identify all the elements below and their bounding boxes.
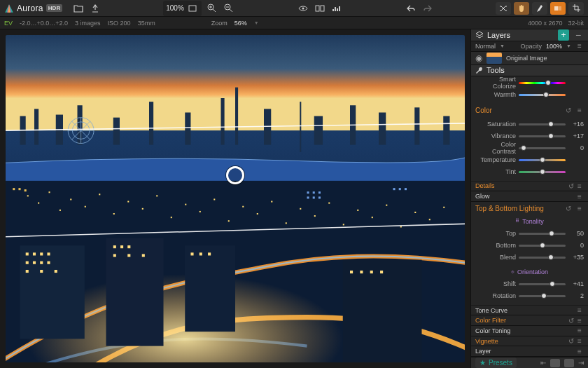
redo-button[interactable] [421, 2, 434, 15]
layer-name: Original Image [506, 55, 547, 62]
details-section-header[interactable]: Details ↺ ≡ [471, 182, 588, 192]
compare-button[interactable] [314, 2, 326, 15]
chevron-down-icon[interactable]: ▼ [566, 43, 571, 48]
open-button[interactable] [72, 2, 85, 15]
preview-eye-button[interactable] [297, 2, 309, 15]
bottom-slider[interactable]: Bottom 0 [475, 240, 584, 251]
add-layer-button[interactable]: + [558, 29, 569, 41]
menu-icon[interactable]: ≡ [575, 337, 584, 345]
shuffle-tool-button[interactable] [496, 2, 511, 15]
color-header[interactable]: Color ↺ ≡ [471, 104, 588, 118]
glow-section-header[interactable]: Glow ≡ [471, 191, 588, 202]
blend-slider[interactable]: Blend +35 [475, 252, 584, 263]
menu-icon[interactable]: ≡ [575, 327, 584, 334]
brush-tool-button[interactable] [532, 2, 547, 15]
svg-rect-86 [33, 261, 36, 264]
crop-tool-button[interactable] [568, 2, 584, 15]
collapse-left-icon[interactable]: ⇤ [540, 359, 546, 367]
svg-rect-77 [20, 245, 85, 339]
hand-tool-button[interactable] [514, 2, 529, 15]
zoom-out-button[interactable] [223, 2, 235, 15]
opacity-value[interactable]: 100% [546, 43, 562, 50]
presets-bar: ★ Presets ⇤ ⇥ [471, 357, 588, 368]
svg-rect-100 [208, 252, 211, 255]
svg-rect-25 [314, 116, 323, 145]
image-canvas[interactable] [6, 35, 465, 362]
svg-rect-41 [85, 206, 86, 207]
svg-rect-66 [443, 207, 444, 208]
menu-icon[interactable]: ≡ [575, 306, 584, 314]
blend-mode-select[interactable]: Normal [475, 43, 496, 50]
iso-value: ISO 200 [108, 20, 131, 27]
undo-button[interactable] [405, 2, 417, 15]
layer-menu-icon[interactable]: ≡ [575, 42, 584, 50]
histogram-button[interactable] [330, 2, 343, 15]
svg-rect-85 [26, 261, 29, 264]
svg-rect-6 [332, 9, 334, 11]
svg-rect-75 [405, 188, 407, 190]
zoom-100-button[interactable]: 100% [166, 4, 184, 12]
shift-slider[interactable]: Shift +41 [475, 279, 584, 289]
top-slider[interactable]: Top 50 [475, 229, 584, 239]
visibility-eye-icon[interactable]: ◉ [475, 53, 482, 63]
reset-icon[interactable]: ↺ [567, 317, 575, 325]
rotation-slider[interactable]: Rotation 2 [475, 291, 584, 301]
menu-icon[interactable]: ≡ [575, 193, 584, 200]
tools-title: Tools [486, 66, 584, 74]
color-contrast-slider[interactable]: Color Contrast 0 [475, 143, 584, 154]
canvas-area[interactable] [0, 29, 470, 368]
menu-icon[interactable]: ≡ [575, 348, 584, 355]
zoom-in-button[interactable] [206, 2, 218, 15]
vignette-header[interactable]: Vignette↺≡ [471, 336, 588, 347]
tblight-header[interactable]: Top & Bottom Lighting ↺ ≡ [471, 202, 588, 216]
svg-rect-65 [429, 219, 430, 220]
chevron-down-icon[interactable]: ▼ [500, 43, 505, 48]
color-toning-header[interactable]: Color Toning≡ [471, 326, 588, 336]
svg-rect-35 [24, 189, 27, 191]
zoom-label: Zoom [211, 20, 227, 27]
tint-slider[interactable]: Tint [475, 167, 584, 177]
export-button[interactable] [89, 2, 102, 15]
svg-rect-96 [127, 254, 130, 257]
remove-layer-button[interactable]: − [573, 29, 584, 41]
presets-button[interactable]: ★ Presets [475, 357, 517, 368]
color-filter-header[interactable]: Color Filter↺≡ [471, 315, 588, 326]
svg-rect-37 [38, 203, 39, 204]
opacity-label: Opacity [521, 43, 542, 50]
svg-rect-8 [337, 8, 338, 11]
svg-rect-53 [257, 213, 258, 214]
gradient-tool-button[interactable] [550, 2, 566, 15]
svg-rect-103 [370, 271, 373, 273]
zoom-value[interactable]: 56% [234, 20, 247, 27]
preset-thumb-2[interactable] [564, 359, 574, 367]
expand-right-icon[interactable]: ⇥ [578, 359, 584, 367]
fit-screen-button[interactable] [186, 2, 199, 15]
reset-icon[interactable]: ↺ [567, 337, 575, 345]
reset-icon[interactable]: ↺ [564, 205, 573, 212]
saturation-slider[interactable]: Saturation +16 [475, 119, 584, 130]
smart-colorize-slider[interactable]: Smart Colorize [475, 78, 584, 88]
layer-section-header[interactable]: Layer≡ [471, 346, 588, 357]
menu-icon[interactable]: ≡ [575, 205, 584, 212]
app-brand: Aurora HDR [4, 4, 68, 13]
svg-rect-104 [380, 271, 383, 273]
image-info-bar: EV -2.0…+0.0…+2.0 3 images ISO 200 35mm … [0, 17, 588, 29]
tone-curve-header[interactable]: Tone Curve≡ [471, 306, 588, 316]
svg-rect-60 [357, 210, 358, 211]
vibrance-slider[interactable]: Vibrance +17 [475, 131, 584, 142]
menu-icon[interactable]: ≡ [575, 182, 584, 190]
temperature-slider[interactable]: Temperature [475, 155, 584, 165]
layer-item-original[interactable]: ◉ Original Image [471, 52, 588, 65]
chevron-down-icon[interactable]: ▼ [254, 20, 259, 25]
gradient-handle[interactable] [226, 166, 244, 184]
reset-icon[interactable]: ↺ [564, 107, 573, 114]
svg-rect-57 [314, 215, 316, 217]
svg-rect-63 [400, 226, 402, 227]
svg-rect-62 [386, 205, 387, 206]
svg-rect-83 [40, 252, 43, 255]
menu-icon[interactable]: ≡ [575, 317, 584, 325]
menu-icon[interactable]: ≡ [575, 107, 584, 114]
reset-icon[interactable]: ↺ [567, 182, 575, 190]
preset-thumb-1[interactable] [550, 359, 560, 367]
warmth-slider[interactable]: Warmth [475, 90, 584, 100]
